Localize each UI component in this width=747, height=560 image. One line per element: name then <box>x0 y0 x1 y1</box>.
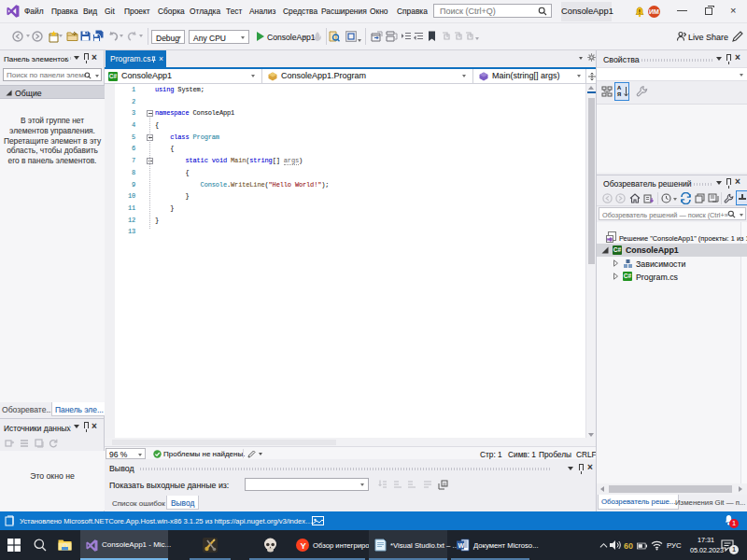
svg-text:W: W <box>458 542 465 549</box>
